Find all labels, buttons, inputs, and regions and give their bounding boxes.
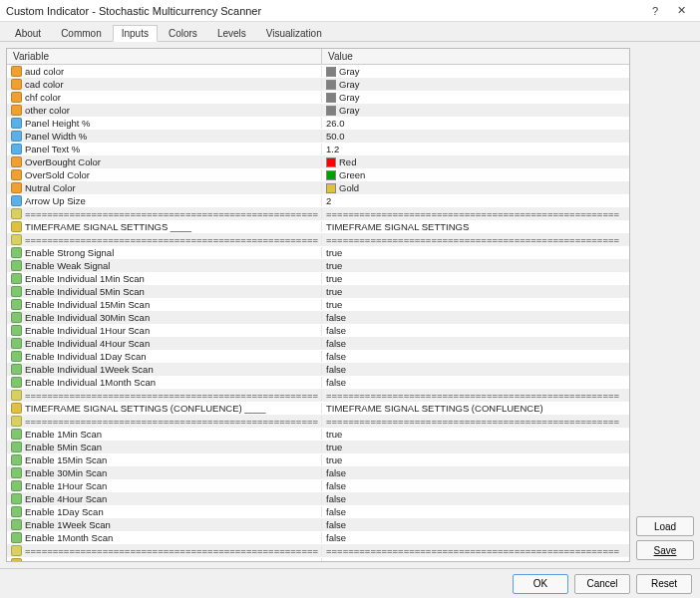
param-row[interactable]: OverSold ColorGreen: [7, 168, 629, 181]
param-row[interactable]: Enable 4Hour Scanfalse: [7, 492, 629, 505]
param-row[interactable]: ALERT SETTINGS ____ALERT SETTINGS: [7, 557, 629, 561]
save-button[interactable]: Save: [636, 540, 694, 560]
param-value-cell[interactable]: ========================================…: [322, 390, 629, 401]
param-row[interactable]: Enable 5Min Scantrue: [7, 441, 629, 453]
param-row[interactable]: Enable Individual 1Hour Scanfalse: [7, 324, 629, 337]
param-value-cell[interactable]: ========================================…: [322, 545, 629, 556]
param-value-cell[interactable]: true: [322, 247, 629, 258]
param-row[interactable]: TIMEFRAME SIGNAL SETTINGS ____TIMEFRAME …: [7, 220, 629, 233]
param-value-cell[interactable]: false: [322, 532, 629, 543]
tab-visualization[interactable]: Visualization: [257, 25, 331, 41]
param-row[interactable]: Enable Strong Signaltrue: [7, 246, 629, 259]
tab-levels[interactable]: Levels: [208, 25, 255, 41]
param-value-cell[interactable]: true: [322, 454, 629, 465]
param-row[interactable]: Enable 1Min Scantrue: [7, 428, 629, 441]
param-row[interactable]: Panel Width %50.0: [7, 130, 629, 143]
grid-body[interactable]: aud colorGraycad colorGraychf colorGrayo…: [7, 65, 629, 561]
param-value-cell[interactable]: ========================================…: [322, 208, 629, 219]
param-value-cell[interactable]: false: [322, 325, 629, 336]
param-value-cell[interactable]: false: [322, 493, 629, 504]
tab-colors[interactable]: Colors: [160, 25, 206, 41]
reset-button[interactable]: Reset: [636, 574, 692, 594]
cancel-button[interactable]: Cancel: [574, 574, 630, 594]
param-row[interactable]: Nutral ColorGold: [7, 181, 629, 194]
param-value-cell[interactable]: ========================================…: [322, 234, 629, 245]
param-value-cell[interactable]: ========================================…: [322, 416, 629, 427]
param-row[interactable]: Enable Individual 1Month Scanfalse: [7, 376, 629, 389]
param-value-cell[interactable]: false: [322, 351, 629, 362]
param-value-cell[interactable]: TIMEFRAME SIGNAL SETTINGS: [322, 221, 629, 232]
param-value-cell[interactable]: true: [322, 442, 629, 452]
param-row[interactable]: Enable Individual 1Week Scanfalse: [7, 363, 629, 376]
param-row[interactable]: Enable Individual 15Min Scantrue: [7, 298, 629, 311]
param-value-cell[interactable]: true: [322, 429, 629, 440]
tab-about[interactable]: About: [6, 25, 50, 41]
param-row[interactable]: cad colorGray: [7, 78, 629, 91]
param-row[interactable]: other colorGray: [7, 104, 629, 117]
param-value-cell[interactable]: Gray: [322, 92, 629, 103]
param-value-cell[interactable]: false: [322, 312, 629, 323]
str-type-icon: [11, 221, 22, 232]
param-variable-cell: Enable Individual 15Min Scan: [7, 299, 322, 310]
param-row[interactable]: chf colorGray: [7, 91, 629, 104]
param-row[interactable]: Panel Text %1.2: [7, 143, 629, 155]
param-row[interactable]: Enable 1Week Scanfalse: [7, 518, 629, 531]
param-value-cell[interactable]: TIMEFRAME SIGNAL SETTINGS (CONFLUENCE): [322, 403, 629, 414]
param-value-cell[interactable]: Gray: [322, 79, 629, 90]
param-value-cell[interactable]: Gray: [322, 105, 629, 116]
param-value-cell[interactable]: true: [322, 273, 629, 284]
param-value-cell[interactable]: 26.0: [322, 118, 629, 129]
ok-button[interactable]: OK: [513, 574, 568, 594]
param-row[interactable]: Enable 1Month Scanfalse: [7, 531, 629, 544]
param-row[interactable]: TIMEFRAME SIGNAL SETTINGS (CONFLUENCE) _…: [7, 402, 629, 415]
param-row[interactable]: Enable Individual 1Day Scanfalse: [7, 350, 629, 363]
param-row[interactable]: Panel Height %26.0: [7, 117, 629, 130]
param-value-cell[interactable]: false: [322, 519, 629, 530]
param-row[interactable]: Enable Weak Signaltrue: [7, 259, 629, 272]
load-button[interactable]: Load: [636, 516, 694, 536]
param-row[interactable]: Enable Individual 1Min Scantrue: [7, 272, 629, 285]
param-value-cell[interactable]: false: [322, 338, 629, 349]
param-row[interactable]: Arrow Up Size2: [7, 194, 629, 207]
param-value-cell[interactable]: false: [322, 506, 629, 517]
param-row[interactable]: ========================================…: [7, 544, 629, 557]
tab-common[interactable]: Common: [52, 25, 111, 41]
param-value-cell[interactable]: Green: [322, 169, 629, 180]
param-value-cell[interactable]: 1.2: [322, 144, 629, 154]
param-row[interactable]: OverBought ColorRed: [7, 155, 629, 168]
param-value-cell[interactable]: 2: [322, 195, 629, 206]
param-row[interactable]: Enable Individual 5Min Scantrue: [7, 285, 629, 298]
param-value-cell[interactable]: true: [322, 286, 629, 297]
param-row[interactable]: ========================================…: [7, 389, 629, 402]
param-value-text: true: [326, 429, 342, 440]
param-value-cell[interactable]: 50.0: [322, 131, 629, 142]
param-row[interactable]: ========================================…: [7, 233, 629, 246]
param-row[interactable]: ========================================…: [7, 207, 629, 220]
param-value-text: ========================================…: [326, 234, 619, 245]
close-button[interactable]: ✕: [668, 4, 694, 17]
param-row[interactable]: Enable 1Hour Scanfalse: [7, 479, 629, 492]
param-value-cell[interactable]: true: [322, 299, 629, 310]
param-value-cell[interactable]: true: [322, 260, 629, 271]
param-row[interactable]: Enable 1Day Scanfalse: [7, 505, 629, 518]
param-value-cell[interactable]: ALERT SETTINGS: [322, 558, 629, 561]
param-value-cell[interactable]: false: [322, 480, 629, 491]
param-value-cell[interactable]: false: [322, 377, 629, 388]
help-button[interactable]: ?: [642, 5, 668, 17]
param-row[interactable]: Enable 30Min Scanfalse: [7, 466, 629, 479]
param-variable-cell: chf color: [7, 92, 322, 103]
param-value-text: 26.0: [326, 118, 345, 129]
param-row[interactable]: ========================================…: [7, 415, 629, 428]
param-value-text: Red: [339, 156, 356, 167]
tab-inputs[interactable]: Inputs: [113, 25, 158, 42]
param-variable-label: Enable 1Month Scan: [25, 532, 113, 543]
param-row[interactable]: Enable Individual 30Min Scanfalse: [7, 311, 629, 324]
param-value-cell[interactable]: Gray: [322, 66, 629, 77]
param-value-cell[interactable]: false: [322, 364, 629, 375]
param-row[interactable]: Enable 15Min Scantrue: [7, 453, 629, 466]
param-row[interactable]: Enable Individual 4Hour Scanfalse: [7, 337, 629, 350]
param-value-cell[interactable]: Gold: [322, 182, 629, 193]
param-value-cell[interactable]: false: [322, 467, 629, 478]
param-row[interactable]: aud colorGray: [7, 65, 629, 78]
param-value-cell[interactable]: Red: [322, 156, 629, 167]
